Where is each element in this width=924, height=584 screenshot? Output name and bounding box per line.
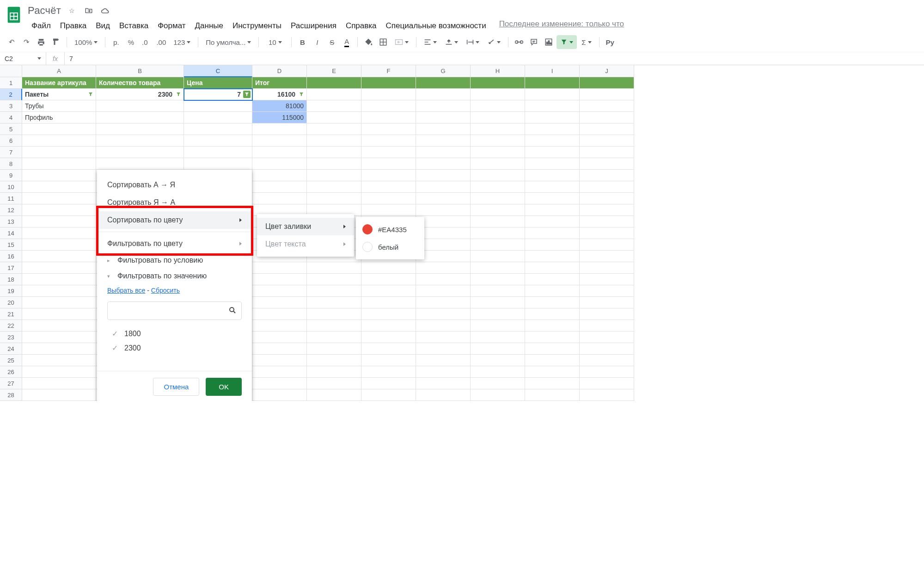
cell[interactable]	[307, 343, 361, 355]
cell[interactable]	[525, 227, 580, 239]
cell[interactable]	[416, 297, 471, 308]
cell[interactable]	[525, 297, 580, 308]
cell[interactable]	[361, 89, 416, 100]
filter-icon[interactable]	[87, 91, 94, 98]
sheets-logo[interactable]	[6, 4, 22, 26]
row-header-15[interactable]: 15	[0, 239, 22, 251]
cell[interactable]	[361, 262, 416, 274]
filter-search[interactable]	[107, 301, 242, 320]
cell[interactable]	[580, 89, 634, 100]
row-header-18[interactable]: 18	[0, 274, 22, 285]
cell[interactable]	[471, 204, 525, 216]
cell[interactable]	[252, 262, 307, 274]
font-dropdown[interactable]: По умолча...	[202, 35, 255, 49]
cell[interactable]	[22, 343, 96, 355]
row-header-14[interactable]: 14	[0, 227, 22, 239]
cell[interactable]: 2300	[96, 89, 184, 100]
cell[interactable]	[252, 297, 307, 308]
cell[interactable]	[96, 123, 184, 135]
increase-decimal-button[interactable]: .00	[153, 35, 169, 49]
cell[interactable]	[416, 308, 471, 320]
color-option-red[interactable]: #EA4335	[356, 221, 424, 238]
cell[interactable]	[22, 135, 96, 147]
cell[interactable]	[252, 366, 307, 378]
star-icon[interactable]: ☆	[67, 5, 78, 16]
col-header-g[interactable]: G	[416, 65, 471, 77]
color-option-white[interactable]: белый	[356, 238, 424, 256]
col-header-f[interactable]: F	[361, 65, 416, 77]
col-header-b[interactable]: B	[96, 65, 184, 77]
cell[interactable]	[361, 343, 416, 355]
cell[interactable]	[361, 170, 416, 181]
rotate-button[interactable]	[484, 35, 504, 49]
ok-button[interactable]: OK	[206, 378, 242, 396]
cell[interactable]	[525, 355, 580, 366]
cell[interactable]	[307, 158, 361, 170]
reset-link[interactable]: Сбросить	[151, 287, 180, 294]
cell[interactable]	[525, 216, 580, 227]
cell[interactable]	[22, 285, 96, 297]
cell[interactable]	[416, 158, 471, 170]
cell[interactable]	[471, 274, 525, 285]
cell[interactable]	[96, 100, 184, 112]
cell[interactable]	[580, 262, 634, 274]
cell[interactable]	[252, 170, 307, 181]
formula-input[interactable]: 7	[65, 55, 924, 62]
sort-by-color[interactable]: Сортировать по цвету	[97, 211, 252, 229]
cell[interactable]	[22, 378, 96, 389]
menu-tools[interactable]: Инструменты	[229, 19, 285, 32]
cell[interactable]	[471, 239, 525, 251]
text-color-option[interactable]: Цвет текста	[257, 235, 354, 253]
cell[interactable]	[22, 227, 96, 239]
cell[interactable]	[184, 158, 252, 170]
document-title[interactable]: Расчёт	[28, 5, 61, 17]
cell[interactable]	[307, 308, 361, 320]
halign-button[interactable]	[420, 35, 441, 49]
cell[interactable]	[525, 378, 580, 389]
select-all-corner[interactable]	[0, 65, 22, 77]
row-header-7[interactable]: 7	[0, 147, 22, 158]
cell[interactable]	[307, 378, 361, 389]
cell[interactable]	[307, 355, 361, 366]
cell[interactable]	[471, 320, 525, 332]
menu-data[interactable]: Данные	[191, 19, 227, 32]
link-button[interactable]	[512, 35, 526, 49]
cell[interactable]	[471, 181, 525, 193]
filter-search-input[interactable]	[112, 307, 228, 315]
cell[interactable]	[252, 274, 307, 285]
col-header-j[interactable]: J	[580, 65, 634, 77]
cell[interactable]: 81000	[252, 100, 307, 112]
cell[interactable]	[416, 123, 471, 135]
row-header-16[interactable]: 16	[0, 251, 22, 262]
menu-format[interactable]: Формат	[154, 19, 189, 32]
cell[interactable]	[416, 147, 471, 158]
cell[interactable]	[580, 193, 634, 204]
cell[interactable]	[416, 332, 471, 343]
cell[interactable]	[580, 355, 634, 366]
cell[interactable]	[416, 135, 471, 147]
cell[interactable]	[252, 308, 307, 320]
cell[interactable]	[22, 158, 96, 170]
font-size-dropdown[interactable]: 10	[263, 35, 288, 49]
cell[interactable]	[525, 320, 580, 332]
cell[interactable]	[471, 123, 525, 135]
cell[interactable]	[525, 366, 580, 378]
cell[interactable]	[416, 389, 471, 401]
sort-za[interactable]: Сортировать Я → А	[97, 194, 252, 211]
cell[interactable]	[252, 147, 307, 158]
row-header-4[interactable]: 4	[0, 112, 22, 123]
cell[interactable]	[22, 123, 96, 135]
cell[interactable]	[96, 135, 184, 147]
cell[interactable]	[22, 239, 96, 251]
cell[interactable]	[580, 112, 634, 123]
cell[interactable]	[416, 262, 471, 274]
cell[interactable]	[471, 262, 525, 274]
functions-button[interactable]: Σ	[578, 35, 595, 49]
cell[interactable]	[307, 297, 361, 308]
cell[interactable]	[580, 343, 634, 355]
sort-az[interactable]: Сортировать А → Я	[97, 176, 252, 194]
cell[interactable]	[525, 193, 580, 204]
language-button[interactable]: Ру	[603, 35, 617, 49]
cell[interactable]	[252, 193, 307, 204]
cell[interactable]	[307, 181, 361, 193]
